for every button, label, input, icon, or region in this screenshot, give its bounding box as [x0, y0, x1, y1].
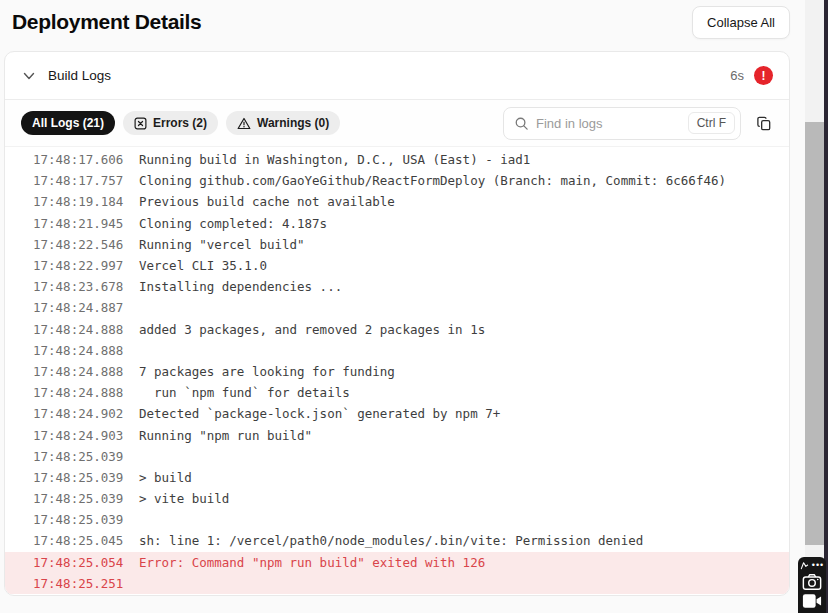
- log-message: Running build in Washington, D.C., USA (…: [139, 152, 530, 167]
- log-row[interactable]: 17:48:24.888 run `npm fund` for details: [5, 382, 789, 403]
- video-camera-icon: [802, 593, 822, 609]
- log-list: 17:48:17.606 Running build in Washington…: [5, 147, 789, 594]
- warning-triangle-icon: [237, 117, 251, 130]
- filter-warnings-button[interactable]: Warnings (0): [226, 111, 340, 135]
- log-message: Previous build cache not available: [139, 194, 395, 209]
- log-timestamp: 17:48:25.251: [5, 576, 139, 591]
- build-logs-section-header[interactable]: Build Logs 6s !: [5, 52, 789, 100]
- filter-errors-label: Errors (2): [153, 116, 207, 130]
- log-message: Installing dependencies ...: [139, 279, 342, 294]
- log-row[interactable]: 17:48:22.546 Running "vercel build": [5, 234, 789, 255]
- search-icon: [514, 116, 529, 131]
- log-row[interactable]: 17:48:24.887: [5, 297, 789, 318]
- log-message: Cloning completed: 4.187s: [139, 216, 327, 231]
- log-timestamp: 17:48:25.039: [5, 512, 139, 527]
- deployment-details-page: Deployment Details Collapse All Build Lo…: [0, 0, 791, 596]
- log-message: added 3 packages, and removed 2 packages…: [139, 322, 485, 337]
- find-in-logs-search[interactable]: Ctrl F: [503, 107, 741, 140]
- filter-errors-button[interactable]: Errors (2): [123, 111, 218, 135]
- cursor-icon: [800, 561, 809, 570]
- log-row[interactable]: 17:48:24.888: [5, 340, 789, 361]
- page-title: Deployment Details: [12, 6, 202, 34]
- log-row[interactable]: 17:48:17.757 Cloning github.com/GaoYeGit…: [5, 170, 789, 191]
- build-duration: 6s: [730, 68, 744, 83]
- log-row[interactable]: 17:48:23.678 Installing dependencies ...: [5, 276, 789, 297]
- build-logs-card: Build Logs 6s ! All Logs (21) Errors (2): [4, 51, 790, 596]
- log-message: Cloning github.com/GaoYeGithub/ReactForm…: [139, 173, 726, 188]
- screenshot-tool-widget[interactable]: •••: [798, 557, 826, 613]
- log-row[interactable]: 17:48:25.039: [5, 446, 789, 467]
- log-row[interactable]: 17:48:17.606 Running build in Washington…: [5, 149, 789, 170]
- log-row[interactable]: 17:48:22.997 Vercel CLI 35.1.0: [5, 255, 789, 276]
- log-timestamp: 17:48:24.888: [5, 343, 139, 358]
- scrollbar-thumb[interactable]: [805, 122, 824, 545]
- collapse-all-button[interactable]: Collapse All: [692, 6, 790, 39]
- log-message: Detected `package-lock.json` generated b…: [139, 406, 500, 421]
- log-message: Error: Command "npm run build" exited wi…: [139, 555, 485, 570]
- log-timestamp: 17:48:24.903: [5, 428, 139, 443]
- log-message: Running "npm run build": [139, 428, 312, 443]
- log-timestamp: 17:48:17.606: [5, 152, 139, 167]
- log-timestamp: 17:48:25.054: [5, 555, 139, 570]
- log-message: > build: [139, 470, 192, 485]
- log-timestamp: 17:48:25.039: [5, 470, 139, 485]
- log-message: Running "vercel build": [139, 237, 305, 252]
- build-logs-title: Build Logs: [48, 68, 111, 83]
- log-message: > vite build: [139, 491, 229, 506]
- tool-widget-header: •••: [800, 559, 824, 571]
- search-input[interactable]: [536, 116, 681, 131]
- video-record-button[interactable]: [802, 593, 822, 609]
- log-message: Vercel CLI 35.1.0: [139, 258, 267, 273]
- log-timestamp: 17:48:25.045: [5, 533, 139, 548]
- log-row[interactable]: 17:48:25.251: [5, 573, 789, 594]
- log-timestamp: 17:48:19.184: [5, 194, 139, 209]
- ellipsis-icon: •••: [812, 561, 824, 570]
- copy-icon: [756, 115, 773, 132]
- log-message: run `npm fund` for details: [139, 385, 350, 400]
- page-header: Deployment Details Collapse All: [0, 0, 791, 51]
- log-row[interactable]: 17:48:24.902 Detected `package-lock.json…: [5, 403, 789, 424]
- log-row[interactable]: 17:48:25.039 > vite build: [5, 488, 789, 509]
- copy-logs-button[interactable]: [752, 111, 777, 136]
- log-timestamp: 17:48:22.546: [5, 237, 139, 252]
- log-timestamp: 17:48:24.888: [5, 385, 139, 400]
- log-message: sh: line 1: /vercel/path0/node_modules/.…: [139, 533, 643, 548]
- log-row[interactable]: 17:48:25.045 sh: line 1: /vercel/path0/n…: [5, 530, 789, 551]
- camera-button[interactable]: [802, 573, 822, 591]
- log-timestamp: 17:48:24.902: [5, 406, 139, 421]
- log-row[interactable]: 17:48:21.945 Cloning completed: 4.187s: [5, 213, 789, 234]
- filter-pills: All Logs (21) Errors (2) Warnings (0): [21, 111, 340, 135]
- log-timestamp: 17:48:24.888: [5, 364, 139, 379]
- filter-all-logs-label: All Logs (21): [32, 116, 104, 130]
- log-row[interactable]: 17:48:24.903 Running "npm run build": [5, 424, 789, 445]
- log-timestamp: 17:48:25.039: [5, 449, 139, 464]
- error-count-badge: !: [754, 66, 773, 85]
- filter-all-logs-button[interactable]: All Logs (21): [21, 111, 115, 135]
- log-row[interactable]: 17:48:24.888 added 3 packages, and remov…: [5, 319, 789, 340]
- log-filter-bar: All Logs (21) Errors (2) Warnings (0): [5, 100, 789, 147]
- log-row[interactable]: 17:48:25.039: [5, 509, 789, 530]
- log-timestamp: 17:48:21.945: [5, 216, 139, 231]
- log-timestamp: 17:48:22.997: [5, 258, 139, 273]
- log-timestamp: 17:48:23.678: [5, 279, 139, 294]
- log-row[interactable]: 17:48:25.039 > build: [5, 467, 789, 488]
- page-scrollbar[interactable]: [805, 0, 824, 613]
- ctrl-f-shortcut-badge: Ctrl F: [688, 112, 735, 134]
- chevron-down-icon: [21, 68, 37, 84]
- log-row[interactable]: 17:48:25.054 Error: Command "npm run bui…: [5, 552, 789, 573]
- log-timestamp: 17:48:17.757: [5, 173, 139, 188]
- log-timestamp: 17:48:25.039: [5, 491, 139, 506]
- log-message: 7 packages are looking for funding: [139, 364, 395, 379]
- x-square-icon: [134, 117, 147, 130]
- log-timestamp: 17:48:24.887: [5, 300, 139, 315]
- log-row[interactable]: 17:48:19.184 Previous build cache not av…: [5, 191, 789, 212]
- log-row[interactable]: 17:48:24.888 7 packages are looking for …: [5, 361, 789, 382]
- camera-icon: [802, 573, 822, 591]
- log-timestamp: 17:48:24.888: [5, 322, 139, 337]
- filter-warnings-label: Warnings (0): [257, 116, 329, 130]
- window-edge: [824, 0, 828, 613]
